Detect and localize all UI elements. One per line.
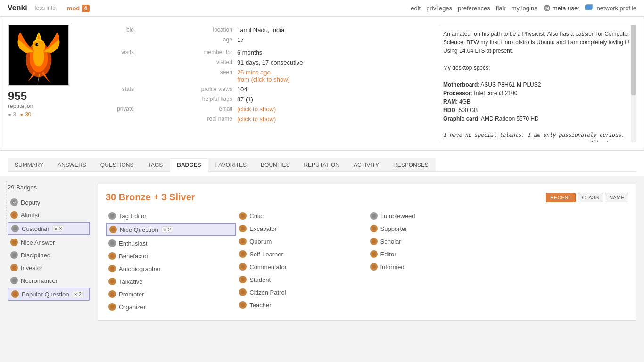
sort-buttons: RECENT CLASS NAME (546, 193, 628, 202)
svg-point-39 (372, 252, 376, 256)
location-value: Tamil Nadu, India (235, 25, 429, 34)
visited-label: visited (137, 58, 234, 67)
commentator-icon (239, 263, 247, 271)
badge-tag-editor[interactable]: Tag Editor (106, 210, 236, 222)
badge-nice-answer[interactable]: Nice Answer (8, 237, 90, 248)
badge-scholar[interactable]: Scholar (367, 236, 498, 247)
svg-point-31 (241, 252, 245, 256)
sort-class-button[interactable]: CLASS (578, 193, 603, 202)
silver-badge-count: ● 3 (8, 111, 16, 118)
badge-autobiographer[interactable]: Autobiographer (106, 263, 236, 274)
svg-point-28 (241, 214, 245, 218)
nav-preferences[interactable]: preferences (458, 5, 490, 12)
student-icon (239, 276, 247, 283)
tabs-row: SUMMARY ANSWERS QUESTIONS TAGS BADGES FA… (8, 158, 636, 172)
benefactor-icon (108, 252, 116, 260)
badge-investor[interactable]: Investor (8, 262, 90, 273)
network-profile-link[interactable]: network profile (585, 4, 636, 12)
badge-svg (12, 278, 17, 283)
badge-critic[interactable]: Critic (236, 210, 367, 222)
badge-citizen-patrol-label: Citizen Patrol (249, 289, 286, 296)
badge-editor[interactable]: Editor (367, 248, 498, 260)
sort-recent-button[interactable]: RECENT (546, 193, 576, 202)
badge-count-text: Badges (16, 184, 37, 191)
badge-necromancer[interactable]: Necromancer (8, 275, 90, 286)
visits-section-label: visits (78, 48, 136, 84)
badge-autobiographer-label: Autobiographer (119, 265, 161, 272)
seen-value: 26 mins ago from (click to show) (235, 68, 429, 84)
nav-my-logins[interactable]: my logins (512, 5, 537, 12)
tab-responses[interactable]: RESPONSES (386, 158, 436, 171)
badge-popular-question[interactable]: Popular Question × 2 (8, 288, 90, 301)
tab-favorites[interactable]: FAVORITES (208, 158, 254, 171)
badge-talkative[interactable]: Talkative (106, 276, 236, 287)
badge-organizer[interactable]: Organizer (106, 301, 236, 313)
stats-section-label: stats (78, 85, 136, 104)
tab-bounties[interactable]: BOUNTIES (254, 158, 297, 171)
badge-nice-question-label: Nice Question (120, 226, 158, 233)
badge-nice-question[interactable]: Nice Question × 2 (106, 223, 236, 236)
nav-privileges[interactable]: privileges (426, 5, 452, 12)
meta-user-link[interactable]: M meta user (543, 4, 580, 12)
age-label: age (137, 35, 234, 44)
badges-main-header: 30 Bronze + 3 Sliver RECENT CLASS NAME (106, 192, 628, 203)
necromancer-icon (10, 277, 18, 284)
badge-benefactor[interactable]: Benefactor (106, 250, 236, 262)
teacher-icon (239, 301, 247, 309)
badge-student[interactable]: Student (236, 274, 367, 285)
reputation-label: reputation (8, 103, 69, 109)
svg-point-22 (110, 241, 114, 245)
badges-content: 29 Badges Deputy Altruist (0, 176, 644, 328)
svg-point-34 (241, 290, 245, 294)
private-section-label: private (78, 105, 136, 123)
tab-activity[interactable]: ACTIVITY (347, 158, 386, 171)
badge-quorum[interactable]: Quorum (236, 236, 367, 247)
scrollbar-thumb[interactable] (631, 25, 636, 95)
badge-promoter[interactable]: Promoter (106, 288, 236, 300)
badge-promoter-label: Promoter (119, 291, 144, 298)
badge-tag-editor-label: Tag Editor (119, 213, 147, 220)
tab-reputation[interactable]: REPUTATION (297, 158, 347, 171)
tab-questions[interactable]: QUESTIONS (93, 158, 141, 171)
badge-altruist-label: Altruist (21, 212, 40, 219)
badge-excavator[interactable]: Excavator (236, 223, 367, 234)
badges-left-panel: 29 Badges Deputy Altruist (8, 184, 90, 321)
sort-name-button[interactable]: NAME (605, 193, 628, 202)
badge-svg (12, 240, 17, 245)
seen-more-link[interactable]: from (click to show) (237, 76, 290, 83)
svg-point-25 (110, 280, 114, 283)
tabs-container: SUMMARY ANSWERS QUESTIONS TAGS BADGES FA… (0, 150, 644, 176)
badge-teacher[interactable]: Teacher (236, 299, 367, 311)
username[interactable]: Venki (8, 4, 27, 12)
badge-custodian[interactable]: Custodian × 3 (8, 222, 90, 235)
scrollbar-track[interactable] (631, 25, 636, 142)
badge-self-learner[interactable]: Self-Learner (236, 248, 367, 260)
member-for-label: member for (137, 48, 234, 57)
badge-citizen-patrol[interactable]: Citizen Patrol (236, 287, 367, 298)
nav-flair[interactable]: flair (496, 5, 506, 12)
svg-point-24 (110, 267, 114, 271)
tab-answers[interactable]: ANSWERS (50, 158, 93, 171)
nav-edit[interactable]: edit (411, 5, 421, 12)
bio-specs: Motherboard: ASUS P8H61-M PLUS2 Processo… (443, 81, 631, 123)
tab-badges[interactable]: BADGES (170, 158, 208, 172)
less-info-link[interactable]: less info (35, 5, 56, 11)
email-value: (click to show) (235, 105, 429, 114)
badge-tumbleweed[interactable]: Tumbleweed (367, 210, 498, 222)
badge-popular-question-count: × 2 (72, 291, 84, 297)
tab-tags[interactable]: TAGS (141, 158, 170, 171)
location-label: location (137, 25, 234, 34)
badge-disciplined[interactable]: Disciplined (8, 249, 90, 261)
badge-supporter[interactable]: Supporter (367, 223, 498, 234)
badge-student-label: Student (249, 276, 271, 283)
badge-commentator[interactable]: Commentator (236, 261, 367, 272)
autobiographer-icon (108, 265, 116, 272)
badge-deputy[interactable]: Deputy (8, 197, 90, 208)
badge-enthusiast[interactable]: Enthusiast (106, 238, 236, 249)
svg-point-16 (12, 253, 16, 257)
badge-altruist[interactable]: Altruist (8, 209, 90, 221)
badge-informed[interactable]: Informed (367, 261, 498, 272)
reputation-block: 955 reputation ● 3 ● 30 (8, 90, 69, 118)
badge-informed-label: Informed (380, 263, 405, 271)
tab-summary[interactable]: SUMMARY (8, 158, 50, 171)
